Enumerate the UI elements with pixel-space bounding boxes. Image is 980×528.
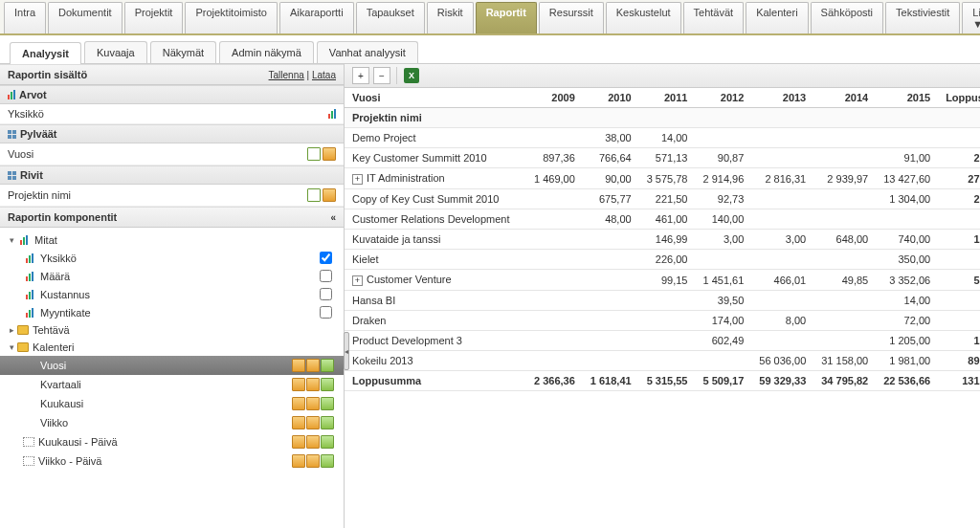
table-row[interactable]: Customer Relations Development48,00461,0… <box>345 209 980 230</box>
action-icon[interactable] <box>321 359 334 372</box>
tree-kustannus[interactable]: Kustannus <box>0 285 344 303</box>
collapse-icon[interactable]: ▾ <box>6 235 17 245</box>
expand-row-icon[interactable]: + <box>352 174 363 185</box>
tree-yksikko[interactable]: Yksikkö <box>0 249 344 267</box>
table-row[interactable]: +Customer Venture99,151 451,61466,0149,8… <box>345 270 980 291</box>
col-header-year[interactable]: 2014 <box>813 88 876 108</box>
action-icon[interactable] <box>321 416 334 429</box>
table-row[interactable]: Demo Project38,0014,0052,00 <box>345 128 980 148</box>
action-icon[interactable] <box>306 359 320 372</box>
config-icon[interactable] <box>323 147 336 161</box>
table-row[interactable]: Key Customer Summitt 2010897,36766,64571… <box>345 148 980 168</box>
projektin-nimi-row[interactable]: Projektin nimi <box>0 185 344 207</box>
col-header-year[interactable]: 2011 <box>639 88 696 108</box>
myyntikate-checkbox[interactable] <box>320 306 332 319</box>
col-header-year[interactable]: 2015 <box>876 88 938 108</box>
topnav-tab[interactable]: Riskit <box>427 2 474 33</box>
filter-icon[interactable] <box>307 188 321 202</box>
table-row[interactable]: Product Development 3602,491 205,001 807… <box>345 331 980 351</box>
subnav-tab[interactable]: Admin näkymä <box>219 41 314 63</box>
kustannus-checkbox[interactable] <box>320 288 332 300</box>
topnav-tab[interactable]: Tehtävät <box>683 2 745 33</box>
topnav-tab[interactable]: Intra <box>4 2 46 33</box>
action-icon[interactable] <box>306 378 320 391</box>
export-excel-button[interactable]: X <box>403 67 420 84</box>
collapse-icon[interactable]: ▾ <box>6 342 17 352</box>
table-row[interactable]: Kielet226,00350,00576,00 <box>345 250 980 270</box>
topnav-tab[interactable]: Resurssit <box>539 2 604 33</box>
table-row[interactable]: Kokeilu 201356 036,0031 158,001 981,0089… <box>345 351 980 371</box>
tree-kuukausi-paiva[interactable]: Kuukausi - Päivä <box>0 432 344 451</box>
sidebar-collapse-handle[interactable]: ◂ <box>344 332 349 370</box>
subnav-tab[interactable]: Näkymät <box>150 41 216 63</box>
table-row[interactable]: Copy of Key Cust Summit 2010675,77221,50… <box>345 189 980 209</box>
topnav-tab[interactable]: Tapaukset <box>356 2 425 33</box>
vuosi-row[interactable]: Vuosi <box>0 143 344 165</box>
bars-icon[interactable] <box>328 109 336 119</box>
topnav-tab[interactable]: Lisää ▼ <box>962 2 980 33</box>
tree-maara[interactable]: Määrä <box>0 267 344 285</box>
action-icon[interactable] <box>321 454 334 468</box>
subnav-tab[interactable]: Vanhat analyysit <box>317 41 418 63</box>
load-link[interactable]: Lataa <box>312 70 336 80</box>
col-header-year[interactable]: 2009 <box>526 88 583 108</box>
action-icon[interactable] <box>292 397 305 410</box>
expand-all-button[interactable]: + <box>352 67 369 84</box>
table-row[interactable]: Hansa BI39,5014,0053,50 <box>345 291 980 311</box>
collapse-icon[interactable]: « <box>330 212 336 223</box>
arvot-section[interactable]: Arvot <box>0 85 344 104</box>
subnav-tab[interactable]: Kuvaaja <box>84 41 147 63</box>
topnav-tab[interactable]: Keskustelut <box>606 2 681 33</box>
table-row[interactable]: +IT Administration1 469,0090,003 575,782… <box>345 168 980 189</box>
yksikko-checkbox[interactable] <box>320 252 332 264</box>
action-icon[interactable] <box>292 359 305 372</box>
components-header[interactable]: Raportin komponentit « <box>0 207 344 228</box>
action-icon[interactable] <box>306 397 320 410</box>
collapse-all-button[interactable]: − <box>373 67 390 84</box>
expand-icon[interactable]: ▸ <box>6 325 17 335</box>
action-icon[interactable] <box>306 416 320 429</box>
yksikko-row[interactable]: Yksikkö <box>0 104 344 124</box>
action-icon[interactable] <box>292 378 305 391</box>
topnav-tab[interactable]: Projektitoimisto <box>185 2 278 33</box>
rivit-section[interactable]: Rivit <box>0 165 344 185</box>
tree-kuukausi[interactable]: Kuukausi <box>0 394 344 413</box>
action-icon[interactable] <box>292 416 305 429</box>
tree-mitat[interactable]: ▾ Mitat <box>0 231 344 249</box>
tree-viikko[interactable]: Viikko <box>0 413 344 432</box>
col-header-total[interactable]: Loppusumma <box>938 88 980 108</box>
action-icon[interactable] <box>292 454 305 468</box>
config-icon[interactable] <box>323 188 336 202</box>
col-header-year[interactable]: 2013 <box>751 88 813 108</box>
tree-myyntikate[interactable]: Myyntikate <box>0 303 344 321</box>
tree-vuosi[interactable]: Vuosi <box>0 356 344 375</box>
topnav-tab[interactable]: Projektit <box>124 2 184 33</box>
topnav-tab[interactable]: Dokumentit <box>48 2 122 33</box>
topnav-tab[interactable]: Tekstiviestit <box>885 2 960 33</box>
save-link[interactable]: Tallenna <box>269 70 304 80</box>
table-row[interactable]: Kuvataide ja tanssi146,993,003,00648,007… <box>345 230 980 250</box>
filter-icon[interactable] <box>307 147 321 161</box>
pylvaat-section[interactable]: Pylväät <box>0 124 344 143</box>
action-icon[interactable] <box>321 435 334 449</box>
maara-checkbox[interactable] <box>320 270 332 282</box>
action-icon[interactable] <box>306 454 320 468</box>
tree-tehtava[interactable]: ▸ Tehtävä <box>0 321 344 339</box>
col-header-vuosi[interactable]: Vuosi <box>345 88 526 108</box>
tree-kvartaali[interactable]: Kvartaali <box>0 375 344 394</box>
col-header-year[interactable]: 2010 <box>583 88 639 108</box>
topnav-tab[interactable]: Kalenteri <box>746 2 808 33</box>
col-header-year[interactable]: 2012 <box>695 88 751 108</box>
action-icon[interactable] <box>321 378 334 391</box>
action-icon[interactable] <box>321 397 334 410</box>
tree-viikko-paiva[interactable]: Viikko - Päivä <box>0 451 344 471</box>
table-row[interactable]: Draken174,008,0072,00254,00 <box>345 311 980 331</box>
topnav-tab[interactable]: Sähköposti <box>811 2 883 33</box>
topnav-tab[interactable]: Aikaraportti <box>279 2 354 33</box>
tree-kalenteri[interactable]: ▾ Kalenteri <box>0 339 344 356</box>
action-icon[interactable] <box>306 435 320 449</box>
subnav-tab[interactable]: Analyysit <box>10 42 81 64</box>
topnav-tab[interactable]: Raportit <box>476 2 537 33</box>
expand-row-icon[interactable]: + <box>352 275 363 286</box>
action-icon[interactable] <box>292 435 305 449</box>
